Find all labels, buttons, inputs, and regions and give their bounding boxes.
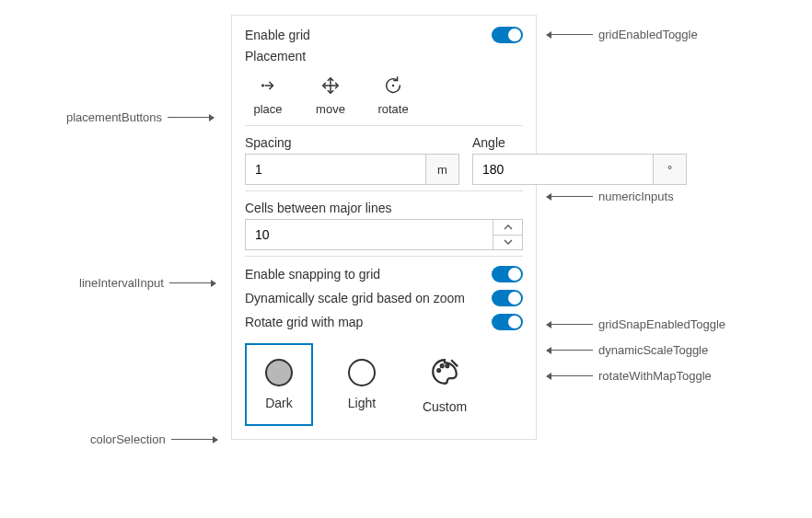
light-swatch-icon xyxy=(348,359,376,386)
annot-color-selection: colorSelection xyxy=(90,432,217,446)
placement-place-label: place xyxy=(253,102,282,116)
place-icon xyxy=(257,75,279,97)
grid-settings-panel: Enable grid Placement place xyxy=(231,15,537,440)
snap-label: Enable snapping to grid xyxy=(245,267,380,282)
annot-rotate-map: rotateWithMapToggle xyxy=(547,369,712,383)
spacing-unit[interactable]: m xyxy=(425,155,458,184)
color-option-light[interactable]: Light xyxy=(328,343,396,426)
dynamic-scale-label: Dynamically scale grid based on zoom xyxy=(245,291,465,305)
annot-placement-buttons: placementButtons xyxy=(66,110,214,124)
placement-buttons: place move xyxy=(245,75,523,116)
divider xyxy=(245,125,523,126)
svg-point-7 xyxy=(446,364,448,367)
rotate-icon xyxy=(382,75,404,97)
placement-rotate-button[interactable]: rotate xyxy=(370,75,416,116)
spacing-input[interactable] xyxy=(246,155,425,184)
grid-snap-enabled-toggle[interactable] xyxy=(492,266,523,282)
cells-input[interactable] xyxy=(246,220,493,249)
placement-place-button[interactable]: place xyxy=(245,75,291,116)
svg-point-4 xyxy=(392,85,394,86)
rotate-with-map-toggle[interactable] xyxy=(492,314,523,330)
dynamic-scale-toggle[interactable] xyxy=(492,290,523,306)
enable-grid-label: Enable grid xyxy=(245,28,310,42)
svg-point-6 xyxy=(441,364,444,367)
divider xyxy=(245,190,523,191)
placement-rotate-label: rotate xyxy=(377,102,408,116)
angle-unit: ° xyxy=(653,155,686,184)
placement-move-button[interactable]: move xyxy=(307,75,354,116)
cells-label: Cells between major lines xyxy=(245,201,523,215)
color-custom-label: Custom xyxy=(423,399,467,414)
svg-point-0 xyxy=(261,85,264,87)
dark-swatch-icon xyxy=(265,359,293,386)
svg-point-5 xyxy=(437,369,440,372)
angle-label: Angle xyxy=(472,135,687,150)
cells-step-down[interactable] xyxy=(493,236,522,250)
color-selection: Dark Light Custom xyxy=(245,343,523,426)
spacing-input-group: m xyxy=(245,154,459,185)
angle-input[interactable] xyxy=(473,155,653,184)
annot-dynamic-scale: dynamicScaleToggle xyxy=(547,343,708,357)
color-dark-label: Dark xyxy=(265,396,293,410)
annot-snap-toggle: gridSnapEnabledToggle xyxy=(547,317,725,331)
spacing-label: Spacing xyxy=(245,135,459,150)
palette-icon xyxy=(429,356,460,390)
cells-step-up[interactable] xyxy=(493,220,522,236)
annot-line-interval: lineIntervalInput xyxy=(79,276,215,290)
color-option-custom[interactable]: Custom xyxy=(411,343,479,426)
grid-enabled-toggle[interactable] xyxy=(492,27,523,43)
placement-move-label: move xyxy=(316,102,345,116)
move-icon xyxy=(319,75,342,97)
angle-input-group: ° xyxy=(472,154,687,185)
annot-numeric-inputs: numericInputs xyxy=(547,190,674,203)
placement-label: Placement xyxy=(245,49,523,63)
divider xyxy=(245,256,523,257)
color-option-dark[interactable]: Dark xyxy=(245,343,313,426)
color-light-label: Light xyxy=(348,396,376,410)
rotate-with-map-label: Rotate grid with map xyxy=(245,315,363,329)
line-interval-input xyxy=(245,219,523,250)
annot-grid-enabled: gridEnabledToggle xyxy=(547,28,698,41)
